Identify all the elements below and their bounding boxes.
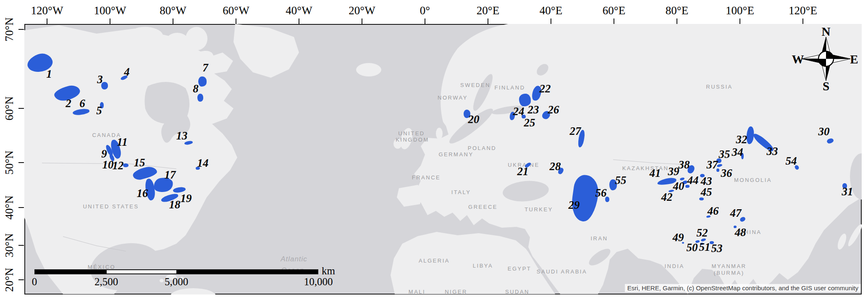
scale-bar-segment xyxy=(176,270,317,273)
japan-land xyxy=(846,223,862,248)
country-label: SWEDEN xyxy=(460,82,490,88)
lon-tick xyxy=(740,18,740,24)
country-label: RUSSIA xyxy=(706,84,732,90)
scale-bar-tick-label: 5,000 xyxy=(165,276,188,288)
country-label: MONGOLIA xyxy=(734,177,772,183)
lat-tick xyxy=(18,245,24,246)
scale-bar-tick-label: 10,000 xyxy=(304,276,333,288)
country-label: MYANMAR xyxy=(712,263,747,269)
lake-number-2: 2 xyxy=(66,98,71,109)
country-label: LIBYA xyxy=(473,263,493,269)
lake-number-49: 49 xyxy=(673,232,684,243)
lake-number-18: 18 xyxy=(169,199,181,210)
lake-number-33: 33 xyxy=(767,146,778,157)
lake-number-16: 16 xyxy=(137,188,148,199)
lon-tick xyxy=(677,18,677,24)
lake-number-43: 43 xyxy=(701,176,712,187)
lake-shape-7[interactable] xyxy=(198,76,207,87)
lon-tick xyxy=(488,18,488,24)
lon-tick xyxy=(110,18,110,24)
lake-number-41: 41 xyxy=(650,168,661,179)
lake-number-48: 48 xyxy=(735,227,746,238)
country-label: FINLAND xyxy=(494,84,525,91)
lake-number-50: 50 xyxy=(687,242,698,253)
lake-number-54: 54 xyxy=(786,155,797,167)
lon-tick xyxy=(614,18,614,24)
country-label: ITALY xyxy=(451,189,471,195)
lake-number-5: 5 xyxy=(96,105,102,116)
scale-bar-tick-label: 2,500 xyxy=(94,276,118,288)
lake-number-30: 30 xyxy=(818,126,830,137)
lake-number-56: 56 xyxy=(595,187,607,199)
map-figure: 120°W100°W80°W60°W40°W20°W0°20°E40°E60°E… xyxy=(0,0,868,305)
lon-axis-label: 80°W xyxy=(160,4,186,17)
scale-bar-tick-label: 0 xyxy=(32,276,37,288)
iberia-land xyxy=(397,185,424,207)
lon-axis-label: 120°E xyxy=(789,4,817,17)
lake-number-7: 7 xyxy=(202,62,208,74)
lake-number-21: 21 xyxy=(517,166,529,177)
lon-tick xyxy=(802,18,803,24)
scale-unit-label: km xyxy=(322,265,335,277)
lat-tick xyxy=(18,207,24,208)
lake-number-45: 45 xyxy=(701,187,712,198)
lon-axis-label: 40°E xyxy=(540,4,562,17)
lon-axis-label: 100°W xyxy=(94,4,126,17)
lake-number-1: 1 xyxy=(46,68,52,80)
lake-number-13: 13 xyxy=(176,130,188,142)
lake-number-38: 38 xyxy=(679,159,690,171)
compass-east-label: E xyxy=(850,53,858,66)
lake-number-25: 25 xyxy=(524,117,535,129)
lake-number-53: 53 xyxy=(711,243,723,254)
scale-bar-segment xyxy=(35,270,107,273)
south-america-land xyxy=(170,288,216,294)
compass-west-label: W xyxy=(792,53,804,66)
compass-north-label: N xyxy=(822,25,831,39)
lake-number-40: 40 xyxy=(673,181,684,192)
lake-number-8: 8 xyxy=(193,83,199,95)
lon-tick xyxy=(551,18,551,24)
country-label: GREECE xyxy=(468,204,498,210)
country-label: NIGER xyxy=(445,289,467,295)
lon-tick xyxy=(236,18,236,24)
lake-number-55: 55 xyxy=(615,175,627,186)
lat-axis-label: 50°N xyxy=(3,150,16,174)
lon-tick xyxy=(47,18,47,24)
lake-number-44: 44 xyxy=(687,175,699,186)
lake-number-4: 4 xyxy=(124,66,130,78)
iceland-land xyxy=(356,63,381,76)
country-label: UNITED xyxy=(398,130,425,137)
lake-number-42: 42 xyxy=(661,192,673,203)
lake-number-27: 27 xyxy=(570,126,581,137)
lake-number-12: 12 xyxy=(113,160,124,171)
lake-number-46: 46 xyxy=(708,205,719,217)
scale-bar xyxy=(34,269,318,274)
country-label: ALGERIA xyxy=(419,258,450,264)
lon-axis-label: 120°W xyxy=(31,4,63,17)
lon-tick xyxy=(173,18,173,24)
lake-number-22: 22 xyxy=(540,83,551,95)
lake-number-17: 17 xyxy=(165,169,176,181)
country-label: POLAND xyxy=(468,145,496,151)
lake-number-36: 36 xyxy=(721,168,732,179)
lake-number-28: 28 xyxy=(550,161,561,172)
country-label: MALI xyxy=(409,289,425,295)
lon-axis-label: 20°W xyxy=(349,4,375,17)
lake-number-51: 51 xyxy=(699,242,711,253)
lake-number-19: 19 xyxy=(181,193,192,204)
lat-axis-label: 40°N xyxy=(3,195,16,219)
country-label: SUDAN xyxy=(505,289,530,295)
lake-number-20: 20 xyxy=(468,114,480,125)
map-attribution: Esri, HERE, Garmin, (c) OpenStreetMap co… xyxy=(625,284,861,292)
lat-tick xyxy=(18,279,24,280)
lake-number-10: 10 xyxy=(102,159,114,171)
country-label: SAUDI ARABIA xyxy=(537,268,587,275)
country-label: TURKEY xyxy=(524,206,553,213)
lake-number-23: 23 xyxy=(528,104,539,116)
country-label: EGYPT xyxy=(508,266,532,272)
compass-south-label: S xyxy=(823,79,829,93)
lake-number-39: 39 xyxy=(668,166,679,177)
lake-number-6: 6 xyxy=(79,98,85,109)
country-label: (BURMA) xyxy=(713,270,744,276)
lat-axis-label: 20°N xyxy=(3,268,16,292)
